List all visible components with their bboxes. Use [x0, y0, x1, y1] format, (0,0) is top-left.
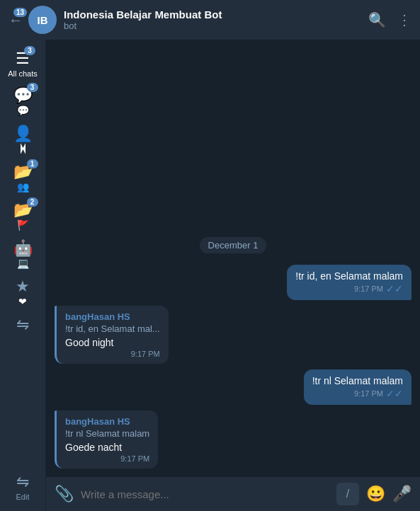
sidebar-item-bots[interactable]: 🤖 💻 [0, 235, 45, 273]
header: ← 13 IB Indonesia Belajar Membuat Bot bo… [0, 0, 420, 40]
back-button[interactable]: ← 13 [8, 12, 23, 28]
chat-area: December 1 !tr id, en Selamat malam 9:17… [46, 40, 420, 511]
sidebar-item-settings[interactable]: ⇋ [0, 311, 45, 338]
input-bar: 📎 / 😀 🎤 [46, 477, 420, 511]
channels-icon-wrap: 📂 2 [13, 201, 33, 219]
messages-list: December 1 !tr id, en Selamat malam 9:17… [46, 40, 420, 477]
contacts-icon: 👤 [13, 125, 33, 143]
header-actions: 🔍 ⋮ [368, 11, 412, 28]
bubble-out-2: !tr nl Selamat malam 9:17 PM ✓✓ [304, 369, 412, 405]
sidebar-item-edit[interactable]: ⇋ Edit [0, 469, 45, 505]
all-chats-label: All chats [8, 69, 38, 78]
bubble-out-1: !tr id, en Selamat malam 9:17 PM ✓✓ [287, 265, 412, 300]
edit-label: Edit [16, 493, 30, 501]
sidebar-item-messages[interactable]: 💬 3 💬 [0, 82, 45, 120]
meta-in-1: 9:17 PM [65, 350, 160, 358]
main-content: ☰ 3 All chats 💬 3 💬 👤 🮛 📂 1 👥 [0, 40, 420, 511]
contacts-icon-wrap: 👤 [13, 125, 33, 143]
bubble-in-2: bangHasan HS !tr nl Selamat malam Goede … [55, 410, 158, 469]
starred-icon-wrap: ★ [16, 277, 30, 296]
chat-subtitle: bot [64, 21, 368, 31]
quote-in-1: !tr id, en Selamat mal... [65, 323, 160, 334]
settings-icon-wrap: ⇋ [16, 316, 29, 334]
edit-icon: ⇋ [16, 473, 29, 491]
avatar: IB [28, 6, 57, 34]
message-out-2: !tr nl Selamat malam 9:17 PM ✓✓ [304, 369, 412, 405]
meta-out-2: 9:17 PM ✓✓ [312, 388, 403, 399]
back-badge: 13 [13, 8, 27, 17]
text-in-2: Goede nacht [65, 442, 149, 453]
folders-badge: 1 [27, 159, 38, 168]
contacts-emoji: 🮛 [21, 143, 25, 154]
starred-emoji: ❤ [18, 296, 27, 307]
bots-icon-wrap: 🤖 [13, 239, 33, 258]
message-input[interactable] [81, 488, 329, 500]
message-in-1: bangHasan HS !tr id, en Selamat mal... G… [55, 306, 169, 364]
slash-button[interactable]: / [336, 483, 359, 505]
sidebar-item-channels[interactable]: 📂 2 🚩 [0, 197, 45, 235]
folders-icon-wrap: 📂 1 [13, 163, 33, 181]
settings-icon: ⇋ [16, 316, 29, 334]
sender-in-2: bangHasan HS [65, 416, 149, 427]
search-icon[interactable]: 🔍 [368, 11, 386, 28]
chat-title: Indonesia Belajar Membuat Bot [64, 8, 368, 21]
sidebar-item-all-chats[interactable]: ☰ 3 All chats [0, 45, 45, 82]
meta-in-2: 9:17 PM [65, 454, 149, 463]
emoji-button[interactable]: 😀 [366, 485, 385, 503]
time-in-2: 9:17 PM [120, 454, 149, 463]
channels-badge: 2 [27, 197, 38, 207]
folders-emoji: 👥 [17, 181, 29, 193]
header-info: Indonesia Belajar Membuat Bot bot [64, 8, 368, 31]
messages-badge: 3 [27, 83, 38, 92]
date-label: December 1 [200, 237, 267, 253]
starred-icon: ★ [16, 277, 30, 296]
sidebar-item-contacts[interactable]: 👤 🮛 [0, 120, 45, 159]
message-in-2: bangHasan HS !tr nl Selamat malam Goede … [55, 410, 158, 469]
time-in-1: 9:17 PM [131, 350, 160, 358]
all-chats-icon-wrap: ☰ 3 [16, 50, 30, 68]
sidebar-item-starred[interactable]: ★ ❤ [0, 273, 45, 311]
attach-button[interactable]: 📎 [55, 485, 74, 503]
messages-emoji: 💬 [17, 105, 29, 116]
check-out-1: ✓✓ [386, 283, 403, 294]
msg-text-out-2: !tr nl Selamat malam [312, 375, 403, 386]
all-chats-badge: 3 [24, 46, 35, 55]
time-out-1: 9:17 PM [354, 285, 383, 293]
time-out-2: 9:17 PM [354, 389, 383, 398]
sender-in-1: bangHasan HS [65, 311, 160, 322]
meta-out-1: 9:17 PM ✓✓ [295, 283, 403, 294]
channels-emoji: 🚩 [17, 219, 29, 231]
more-icon[interactable]: ⋮ [397, 11, 412, 28]
sidebar-item-folders[interactable]: 📂 1 👥 [0, 159, 45, 197]
msg-text-out-1: !tr id, en Selamat malam [295, 270, 403, 282]
sidebar: ☰ 3 All chats 💬 3 💬 👤 🮛 📂 1 👥 [0, 40, 46, 511]
check-out-2: ✓✓ [386, 388, 403, 399]
bubble-in-1: bangHasan HS !tr id, en Selamat mal... G… [55, 306, 169, 364]
messages-icon-wrap: 💬 3 [13, 86, 33, 105]
message-out-1: !tr id, en Selamat malam 9:17 PM ✓✓ [287, 265, 412, 300]
quote-in-2: !tr nl Selamat malam [65, 428, 149, 439]
bots-emoji: 💻 [17, 258, 29, 269]
spacer [55, 48, 412, 226]
bots-icon: 🤖 [13, 239, 33, 258]
edit-icon-wrap: ⇋ [16, 473, 29, 491]
avatar-initials: IB [38, 14, 48, 26]
voice-button[interactable]: 🎤 [392, 485, 412, 503]
text-in-1: Good night [65, 337, 160, 348]
